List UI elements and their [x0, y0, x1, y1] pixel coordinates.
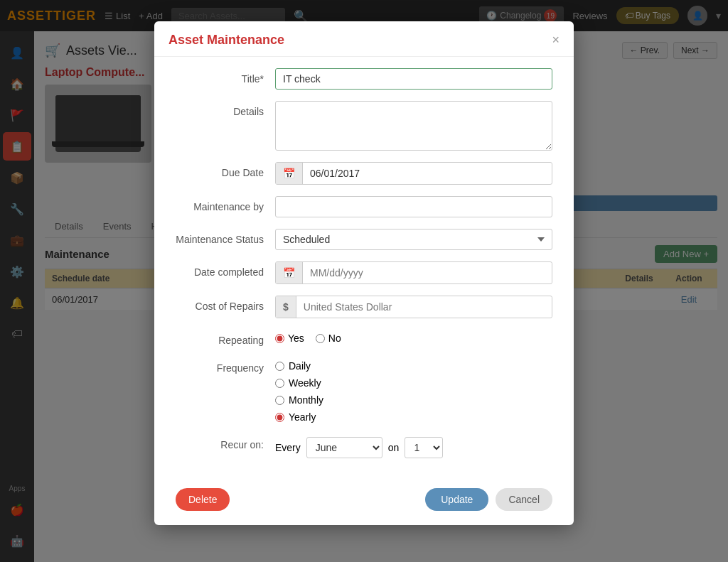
- repeating-yes-radio[interactable]: [275, 334, 284, 343]
- due-date-label: Due Date: [176, 162, 275, 178]
- freq-daily-radio[interactable]: [275, 362, 284, 371]
- recur-every-label: Every: [275, 442, 301, 453]
- freq-daily-option[interactable]: Daily: [275, 360, 552, 372]
- cancel-button[interactable]: Cancel: [496, 488, 552, 511]
- date-completed-row: Date completed 📅: [176, 261, 552, 284]
- repeating-label: Repeating: [176, 330, 275, 346]
- freq-yearly-radio[interactable]: [275, 413, 284, 422]
- maintenance-by-row: Maintenance by: [176, 196, 552, 217]
- repeating-radio-group: Yes No: [275, 330, 552, 344]
- repeating-no-radio[interactable]: [316, 334, 325, 343]
- date-completed-wrapper: 📅: [275, 261, 552, 284]
- cost-of-repairs-row: Cost of Repairs $: [176, 296, 552, 318]
- freq-yearly-option[interactable]: Yearly: [275, 411, 552, 423]
- modal-body: Title* Details Due Date 📅 Maintenance by: [154, 57, 574, 481]
- maintenance-by-label: Maintenance by: [176, 196, 275, 212]
- update-button[interactable]: Update: [425, 488, 488, 511]
- date-completed-label: Date completed: [176, 261, 275, 278]
- recur-on-label: Recur on:: [176, 434, 275, 450]
- cost-wrapper: $: [275, 296, 552, 318]
- modal-action-buttons: Update Cancel: [425, 488, 552, 511]
- repeating-yes-option[interactable]: Yes: [275, 333, 304, 344]
- modal-title: Asset Maintenance: [168, 33, 284, 48]
- cost-input[interactable]: [296, 297, 552, 317]
- details-input[interactable]: [275, 101, 552, 151]
- title-label: Title*: [176, 68, 275, 85]
- due-date-wrapper: 📅: [275, 162, 552, 185]
- freq-weekly-radio[interactable]: [275, 379, 284, 388]
- recur-month-select[interactable]: JanuaryFebruaryMarch AprilMayJune JulyAu…: [306, 437, 382, 458]
- maintenance-by-input[interactable]: [275, 196, 552, 217]
- due-date-row: Due Date 📅: [176, 162, 552, 185]
- calendar-icon: 📅: [276, 163, 303, 184]
- recur-on-row: Recur on: Every JanuaryFebruaryMarch Apr…: [176, 434, 552, 458]
- freq-monthly-radio[interactable]: [275, 396, 284, 405]
- freq-monthly-option[interactable]: Monthly: [275, 394, 552, 406]
- currency-symbol: $: [276, 296, 296, 318]
- repeating-no-option[interactable]: No: [316, 333, 341, 344]
- recur-on-label2: on: [388, 442, 400, 453]
- title-field-row: Title*: [176, 68, 552, 90]
- recur-row-controls: Every JanuaryFebruaryMarch AprilMayJune …: [275, 434, 552, 458]
- cost-label: Cost of Repairs: [176, 296, 275, 312]
- modal-footer: Delete Update Cancel: [154, 481, 574, 511]
- modal-header: Asset Maintenance ×: [154, 21, 574, 57]
- calendar-completed-icon: 📅: [276, 262, 303, 283]
- details-label: Details: [176, 101, 275, 117]
- details-field-row: Details: [176, 101, 552, 151]
- title-input[interactable]: [275, 68, 552, 90]
- maintenance-status-label: Maintenance Status: [176, 229, 275, 245]
- due-date-input[interactable]: [303, 163, 552, 183]
- modal-close-button[interactable]: ×: [552, 33, 560, 48]
- frequency-label: Frequency: [176, 357, 275, 374]
- recur-day-select[interactable]: 1234 5678 9101520 25283031: [405, 437, 443, 458]
- freq-weekly-option[interactable]: Weekly: [275, 377, 552, 389]
- delete-button[interactable]: Delete: [176, 488, 230, 511]
- frequency-row: Frequency Daily Weekly Monthly: [176, 357, 552, 423]
- repeating-row: Repeating Yes No: [176, 330, 552, 346]
- date-completed-input[interactable]: [303, 263, 552, 283]
- asset-maintenance-modal: Asset Maintenance × Title* Details Due D…: [154, 21, 574, 525]
- maintenance-status-row: Maintenance Status Scheduled In Progress…: [176, 229, 552, 250]
- background: ASSETTIGER ☰ List + Add 🔍 🕐 Changelog 19…: [0, 0, 728, 562]
- frequency-group: Daily Weekly Monthly Yearly: [275, 357, 552, 423]
- maintenance-status-select[interactable]: Scheduled In Progress Completed Cancelle…: [275, 229, 552, 250]
